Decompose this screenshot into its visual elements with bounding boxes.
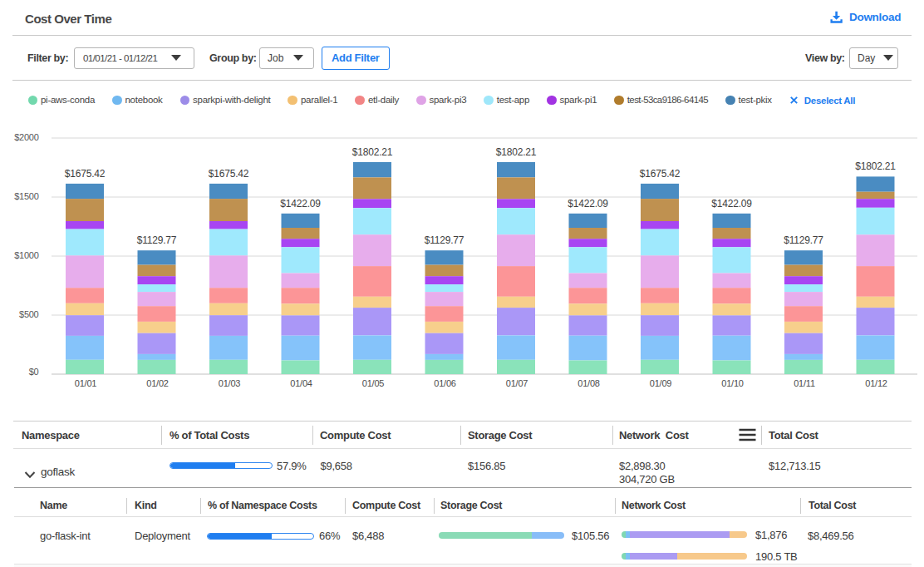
svg-text:$1675.42: $1675.42 [209, 168, 249, 180]
svg-text:$1422.09: $1422.09 [280, 198, 321, 210]
svg-text:$1129.77: $1129.77 [137, 234, 177, 246]
svg-text:01/12: 01/12 [865, 378, 887, 388]
svg-text:01/05: 01/05 [362, 378, 385, 388]
svg-text:$2000: $2000 [14, 132, 38, 142]
svg-text:01/07: 01/07 [506, 378, 528, 388]
svg-text:01/04: 01/04 [290, 378, 312, 388]
svg-text:$0: $0 [29, 367, 39, 377]
svg-text:01/09: 01/09 [650, 378, 672, 388]
svg-text:01/01: 01/01 [75, 378, 97, 388]
svg-text:01/06: 01/06 [434, 378, 456, 388]
svg-text:01/10: 01/10 [721, 378, 744, 388]
svg-text:$1422.09: $1422.09 [711, 198, 752, 210]
svg-text:01/03: 01/03 [219, 378, 241, 388]
svg-text:$1802.21: $1802.21 [496, 146, 537, 158]
svg-text:01/02: 01/02 [146, 378, 169, 388]
svg-text:$1000: $1000 [14, 250, 38, 260]
svg-text:$1422.09: $1422.09 [568, 198, 608, 210]
svg-text:$1129.77: $1129.77 [784, 234, 823, 246]
svg-text:01/08: 01/08 [578, 378, 600, 388]
svg-text:$1129.77: $1129.77 [425, 234, 464, 246]
svg-text:$1802.21: $1802.21 [855, 160, 896, 172]
svg-text:$1675.42: $1675.42 [65, 168, 106, 180]
svg-text:$1675.42: $1675.42 [640, 168, 681, 180]
svg-text:$1500: $1500 [14, 191, 38, 201]
svg-text:01/11: 01/11 [794, 378, 815, 388]
svg-text:$1802.21: $1802.21 [352, 146, 393, 158]
svg-text:$500: $500 [19, 309, 39, 319]
